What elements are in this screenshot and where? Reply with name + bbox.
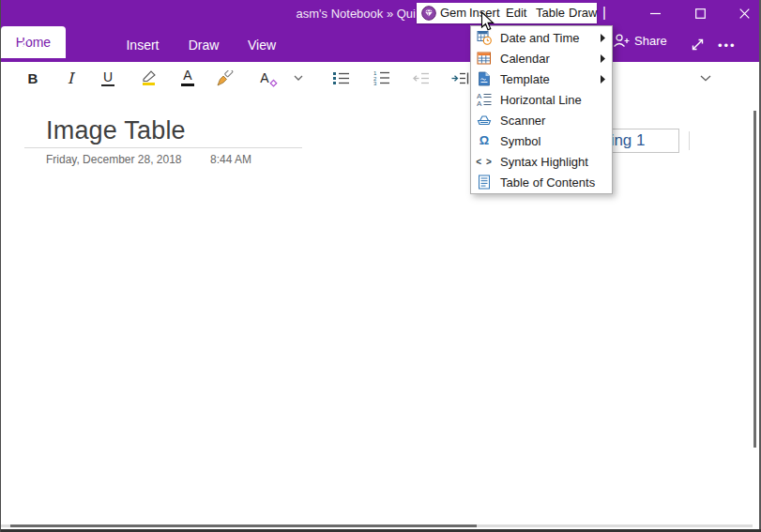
onenote-window: asm's Notebook » Qui Gem Insert Edit Tab… [0, 0, 761, 532]
svg-text:A: A [477, 99, 482, 107]
increase-indent-icon [451, 71, 469, 85]
menubar-item-edit[interactable]: Edit [506, 6, 526, 20]
page-title-underline [24, 147, 302, 148]
page-title[interactable]: Image Table [46, 116, 186, 145]
table-of-contents-icon [477, 175, 492, 190]
styles-dropdown-chevron[interactable] [695, 62, 716, 94]
svg-text:3: 3 [373, 81, 377, 85]
submenu-arrow-icon [601, 54, 605, 63]
menu-item-horizontal-line[interactable]: A A Horizontal Line [471, 89, 612, 110]
syntax-highlight-icon: < > [477, 154, 492, 169]
format-painter-button[interactable] [213, 62, 239, 94]
bullet-list-button[interactable] [329, 62, 354, 94]
share-button[interactable]: Share [613, 33, 667, 49]
calendar-icon [477, 51, 492, 66]
chevron-down-icon [294, 75, 303, 81]
highlighter-button[interactable] [136, 62, 162, 94]
font-color-glyph: A [181, 69, 194, 86]
back-chevron-icon[interactable] [20, 37, 30, 52]
submenu-arrow-icon [601, 34, 605, 42]
page-date: Friday, December 28, 2018 [46, 153, 182, 166]
share-person-icon [613, 33, 630, 49]
underline-label: U [101, 70, 114, 86]
template-icon [477, 71, 492, 86]
menu-item-syntax-highlight[interactable]: < > Syntax Highlight [471, 151, 612, 172]
bold-button[interactable]: B [20, 62, 46, 94]
submenu-arrow-icon [601, 75, 605, 84]
menu-item-template[interactable]: Template [471, 68, 612, 89]
numbered-list-icon: 1 2 3 [373, 70, 390, 85]
share-label: Share [634, 34, 667, 48]
minimize-icon [650, 8, 661, 19]
underline-button[interactable]: U [95, 62, 121, 94]
tab-home[interactable]: Home [1, 26, 66, 58]
menu-item-label: Date and Time [500, 31, 580, 45]
tab-draw[interactable]: Draw [185, 38, 222, 53]
italic-label: I [68, 69, 73, 87]
clear-formatting-glyph: A [260, 70, 268, 85]
menubar-item-draw[interactable]: Draw [569, 6, 597, 20]
date-and-time-icon [477, 30, 492, 45]
menu-item-label: Calendar [500, 52, 550, 66]
font-color-bar [181, 84, 194, 86]
gem-menubar: Gem Insert Edit Table Draw [417, 3, 597, 23]
menubar-separator: | [602, 4, 606, 20]
menu-item-label: Table of Contents [500, 175, 595, 190]
decrease-indent-button[interactable] [409, 62, 434, 94]
tab-view[interactable]: View [243, 38, 281, 53]
gem-insert-menu: Date and Time Calendar [470, 25, 613, 194]
bullet-list-icon [333, 71, 350, 85]
more-formatting-chevron[interactable] [288, 62, 309, 94]
maximize-button[interactable] [684, 0, 716, 26]
menu-item-label: Scanner [500, 114, 545, 128]
highlighter-icon [140, 69, 159, 86]
clear-formatting-label: A [260, 70, 268, 85]
ribbon-tab-row: Home Insert Draw View Share ••• [1, 26, 761, 62]
gem-logo-icon [421, 6, 436, 21]
menu-item-label: Syntax Highlight [500, 155, 588, 169]
bold-label: B [28, 70, 38, 86]
horizontal-line-icon: A A [477, 92, 492, 107]
close-button[interactable] [728, 0, 760, 26]
menu-item-label: Symbol [500, 134, 540, 148]
horizontal-scrollbar-thumb[interactable] [10, 524, 477, 527]
numbered-list-button[interactable]: 1 2 3 [370, 62, 394, 94]
font-color-label: A [183, 68, 191, 83]
menu-item-scanner[interactable]: Scanner [471, 110, 612, 130]
clear-formatting-button[interactable]: A [251, 62, 279, 94]
menubar-item-table[interactable]: Table [536, 6, 565, 20]
minimize-button[interactable] [639, 0, 671, 26]
tab-insert[interactable]: Insert [123, 38, 162, 53]
title-bar: asm's Notebook » Qui [1, 0, 761, 26]
menu-item-label: Template [500, 72, 550, 86]
menu-item-table-of-contents[interactable]: Table of Contents [471, 172, 612, 192]
chevron-down-icon [700, 75, 711, 82]
italic-button[interactable]: I [57, 62, 84, 94]
fullscreen-expand-icon[interactable] [690, 37, 706, 53]
window-title: asm's Notebook » Qui [226, 7, 416, 21]
clear-formatting-diamond-icon [269, 79, 278, 87]
formatting-toolbar: B I U A A [1, 62, 761, 94]
menu-item-calendar[interactable]: Calendar [471, 48, 612, 68]
menu-item-symbol[interactable]: Ω Symbol [471, 130, 612, 151]
font-color-button[interactable]: A [175, 62, 201, 94]
omega-symbol-icon: Ω [477, 133, 492, 148]
increase-indent-button[interactable] [448, 62, 472, 94]
vertical-scrollbar-thumb[interactable] [753, 111, 756, 448]
menubar-item-gem[interactable]: Gem [440, 6, 466, 20]
scanner-icon [477, 113, 492, 128]
more-options-button[interactable]: ••• [718, 38, 737, 53]
mouse-cursor [480, 11, 495, 32]
format-painter-icon [217, 70, 236, 86]
page-time: 8:44 AM [210, 153, 251, 166]
maximize-icon [695, 8, 706, 19]
styles-separator [689, 131, 690, 150]
decrease-indent-icon [413, 71, 430, 85]
close-icon [739, 8, 750, 19]
menu-item-label: Horizontal Line [500, 93, 582, 107]
